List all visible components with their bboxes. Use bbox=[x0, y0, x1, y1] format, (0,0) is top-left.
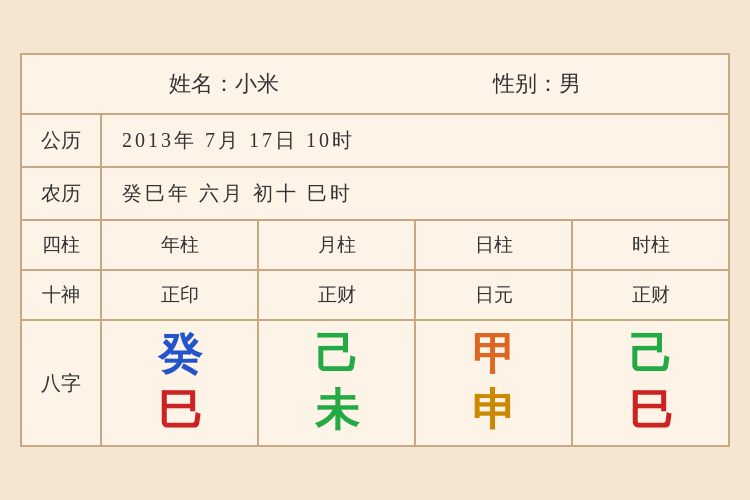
col-header-rizhu: 日柱 bbox=[416, 221, 573, 269]
bazi-row: 八字 癸 巳 己 未 甲 申 己 巳 bbox=[22, 321, 728, 446]
shishen-yue: 正财 bbox=[259, 271, 416, 319]
bazi-hour-top: 己 bbox=[629, 331, 673, 379]
bazi-year-cell: 癸 巳 bbox=[102, 321, 259, 446]
shishen-label: 十神 bbox=[22, 271, 102, 319]
lunar-row: 农历 癸巳年 六月 初十 巳时 bbox=[22, 168, 728, 221]
shishen-shi: 正财 bbox=[573, 271, 728, 319]
header-row: 姓名：小米 性别：男 bbox=[22, 55, 728, 115]
bazi-day-cell: 甲 申 bbox=[416, 321, 573, 446]
col-header-sizhu: 四柱 bbox=[22, 221, 102, 269]
bazi-hour-bottom: 巳 bbox=[629, 387, 673, 435]
bazi-month-top: 己 bbox=[315, 331, 359, 379]
lunar-value: 癸巳年 六月 初十 巳时 bbox=[102, 168, 728, 219]
shishen-nian: 正印 bbox=[102, 271, 259, 319]
col-header-yuezhu: 月柱 bbox=[259, 221, 416, 269]
gender-label: 性别：男 bbox=[493, 69, 581, 99]
solar-label: 公历 bbox=[22, 115, 102, 166]
bazi-month-bottom: 未 bbox=[315, 387, 359, 435]
solar-row: 公历 2013年 7月 17日 10时 bbox=[22, 115, 728, 168]
bazi-day-top: 甲 bbox=[472, 331, 516, 379]
shishen-ri: 日元 bbox=[416, 271, 573, 319]
shishen-row: 十神 正印 正财 日元 正财 bbox=[22, 271, 728, 321]
bazi-year-top: 癸 bbox=[158, 331, 202, 379]
name-label: 姓名：小米 bbox=[169, 69, 279, 99]
bazi-hour-cell: 己 巳 bbox=[573, 321, 728, 446]
col-header-nianzhu: 年柱 bbox=[102, 221, 259, 269]
bazi-year-bottom: 巳 bbox=[158, 387, 202, 435]
bazi-month-cell: 己 未 bbox=[259, 321, 416, 446]
bazi-label: 八字 bbox=[22, 321, 102, 446]
column-headers-row: 四柱 年柱 月柱 日柱 时柱 bbox=[22, 221, 728, 271]
col-header-shizhu: 时柱 bbox=[573, 221, 728, 269]
bazi-day-bottom: 申 bbox=[472, 387, 516, 435]
main-container: 姓名：小米 性别：男 公历 2013年 7月 17日 10时 农历 癸巳年 六月… bbox=[20, 53, 730, 448]
lunar-label: 农历 bbox=[22, 168, 102, 219]
solar-value: 2013年 7月 17日 10时 bbox=[102, 115, 728, 166]
